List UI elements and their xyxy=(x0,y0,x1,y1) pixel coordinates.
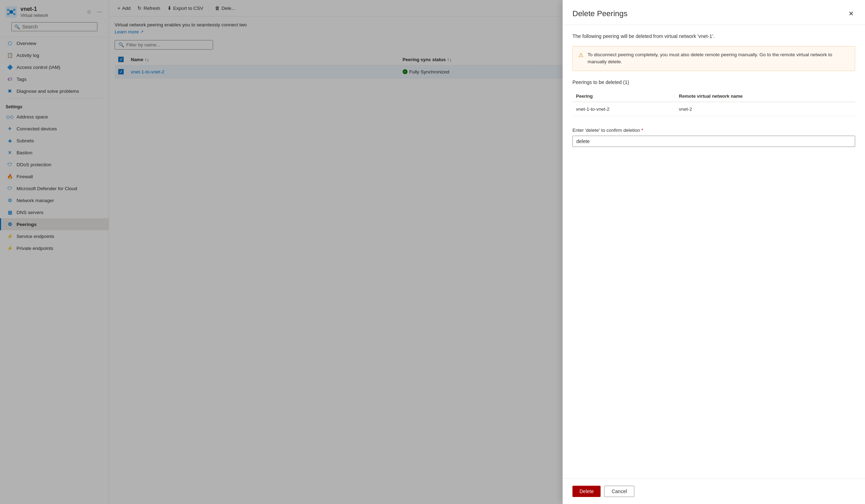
delete-remote-vnet-cell: vnet-2 xyxy=(675,102,855,116)
delete-table: Peering Remote virtual network name vnet… xyxy=(572,91,855,116)
delete-table-row: vnet-1-to-vnet-2 vnet-2 xyxy=(572,102,855,116)
confirm-delete-button[interactable]: Delete xyxy=(572,486,601,497)
peerings-to-delete-label: Peerings to be deleted (1) xyxy=(572,79,855,85)
cancel-button[interactable]: Cancel xyxy=(604,486,634,497)
delete-col-remote-vnet-header: Remote virtual network name xyxy=(675,91,855,102)
warning-icon: ⚠ xyxy=(578,52,583,66)
panel-title: Delete Peerings xyxy=(572,9,628,18)
delete-col-peering-header: Peering xyxy=(572,91,675,102)
required-indicator: * xyxy=(641,128,643,133)
warning-box: ⚠ To disconnect peering completely, you … xyxy=(572,46,855,71)
delete-panel: Delete Peerings ✕ The following peering … xyxy=(563,0,865,504)
panel-header: Delete Peerings ✕ xyxy=(563,0,865,25)
confirm-section: Enter 'delete' to confirm deletion * xyxy=(572,128,855,147)
panel-description: The following peering will be deleted fr… xyxy=(572,33,855,39)
confirm-delete-input[interactable] xyxy=(572,136,855,147)
delete-peering-cell: vnet-1-to-vnet-2 xyxy=(572,102,675,116)
panel-footer: Delete Cancel xyxy=(563,478,865,504)
confirm-label: Enter 'delete' to confirm deletion * xyxy=(572,128,855,133)
delete-table-header-row: Peering Remote virtual network name xyxy=(572,91,855,102)
close-panel-button[interactable]: ✕ xyxy=(847,8,855,19)
panel-body: The following peering will be deleted fr… xyxy=(563,25,865,471)
warning-text: To disconnect peering completely, you mu… xyxy=(588,51,849,66)
